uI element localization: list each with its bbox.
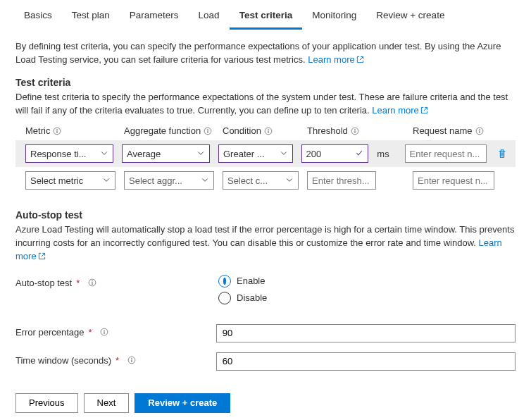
svg-rect-14 [479,130,480,133]
radio-icon [218,292,231,304]
aggregate-select[interactable]: Select aggr... [124,171,214,190]
condition-select[interactable]: Select c... [223,171,299,190]
svg-rect-23 [131,360,132,363]
test-criteria-heading: Test criteria [15,77,516,88]
threshold-input[interactable] [307,171,376,190]
autostop-heading: Auto-stop test [15,209,516,221]
intro-learn-more-link[interactable]: Learn more [308,54,363,65]
chevron-down-icon [100,149,108,159]
criteria-row: Response ti... Average Greater ... 200 m… [15,140,516,167]
metric-select[interactable]: Response ti... [25,144,113,163]
aggregate-select[interactable]: Average [122,144,210,163]
chevron-down-icon [102,175,111,186]
metric-select[interactable]: Select metric [25,171,115,190]
tab-review-create[interactable]: Review + create [366,4,454,30]
request-name-input[interactable] [413,171,494,190]
condition-select[interactable]: Greater ... [218,144,293,163]
autostop-desc: Azure Load Testing will automatically st… [15,223,516,264]
svg-rect-2 [57,130,58,133]
tab-test-criteria[interactable]: Test criteria [230,4,303,30]
info-icon[interactable] [127,356,136,364]
info-icon[interactable] [475,127,484,135]
tab-bar: Basics Test plan Parameters Load Test cr… [0,0,531,30]
tab-load[interactable]: Load [189,4,230,30]
intro-text: By defining test criteria, you can speci… [15,40,516,67]
autostop-label: Auto-stop test* [15,275,218,288]
info-icon[interactable] [100,328,108,336]
svg-rect-5 [208,130,208,133]
next-button[interactable]: Next [84,393,130,413]
chevron-down-icon [285,175,294,186]
svg-point-4 [207,129,208,130]
svg-point-13 [479,129,480,130]
request-name-input[interactable] [405,144,487,163]
time-window-input[interactable] [216,352,516,371]
info-icon[interactable] [264,127,273,135]
error-percentage-label: Error percentage* [15,324,216,338]
svg-rect-20 [104,332,105,335]
svg-point-1 [57,129,58,130]
header-condition: Condition [223,125,299,136]
tab-monitoring[interactable]: Monitoring [302,4,366,30]
svg-point-16 [92,280,93,282]
check-icon [355,149,363,159]
info-icon[interactable] [88,278,96,287]
autostop-enable-radio[interactable]: Enable [218,275,267,288]
autostop-radio-group: Enable Disable [218,275,267,304]
tab-basics[interactable]: Basics [14,4,62,30]
info-icon[interactable] [351,127,359,135]
criteria-learn-more-link[interactable]: Learn more [372,105,427,116]
svg-rect-17 [92,283,92,285]
test-criteria-desc: Define test criteria to specify the perf… [15,91,516,118]
radio-icon [218,275,231,288]
header-threshold: Threshold [307,125,376,136]
chevron-down-icon [201,175,209,186]
error-percentage-input[interactable] [216,324,516,342]
criteria-row: Select metric Select aggr... Select c... [15,167,516,194]
threshold-unit: ms [377,149,396,159]
autostop-disable-radio[interactable]: Disable [218,292,267,304]
tab-parameters[interactable]: Parameters [120,4,189,30]
criteria-header-row: Metric Aggregate function Condition Thre… [15,125,516,140]
info-icon[interactable] [53,127,61,135]
svg-rect-11 [354,130,355,133]
svg-point-10 [354,129,356,130]
svg-rect-8 [268,130,268,133]
svg-point-22 [131,358,132,359]
svg-point-7 [268,129,269,130]
time-window-label: Time window (seconds)* [15,352,216,366]
header-request-name: Request name [413,125,494,136]
chevron-down-icon [280,149,288,159]
header-metric: Metric [25,125,115,136]
previous-button[interactable]: Previous [15,393,78,413]
chevron-down-icon [196,149,205,159]
threshold-input[interactable]: 200 [301,144,369,163]
review-create-button[interactable]: Review + create [135,393,230,413]
trash-icon [497,149,507,159]
svg-point-19 [104,330,106,331]
info-icon[interactable] [204,127,212,135]
tab-test-plan[interactable]: Test plan [62,4,120,30]
footer-buttons: Previous Next Review + create [0,383,531,420]
delete-row-button[interactable] [495,146,510,161]
header-aggregate: Aggregate function [124,125,214,136]
